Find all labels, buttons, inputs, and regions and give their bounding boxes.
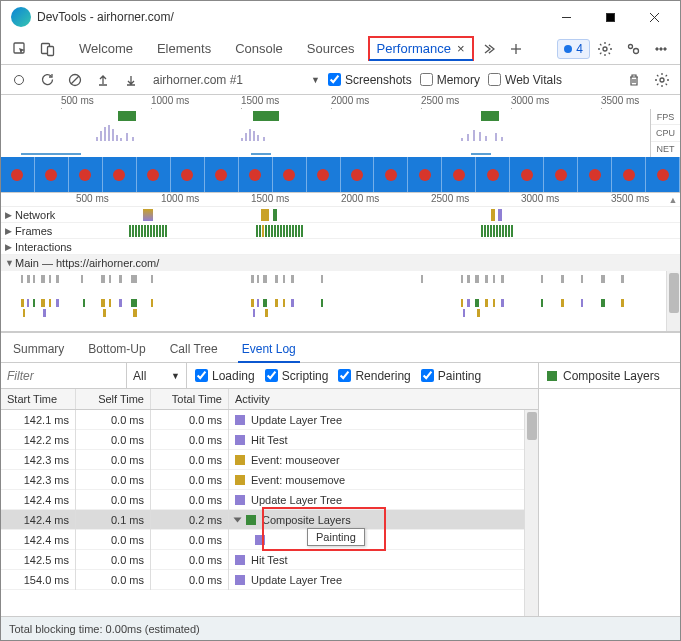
main-thread-header[interactable]: ▼ Main — https://airhorner.com/ <box>1 255 680 271</box>
filter-input[interactable] <box>1 363 127 388</box>
screenshot-thumb[interactable] <box>510 157 544 192</box>
download-button[interactable] <box>121 70 141 90</box>
expand-icon[interactable]: ▶ <box>5 226 15 236</box>
table-row[interactable]: 142.5 ms0.0 ms0.0 msHit Test <box>1 550 538 570</box>
scripting-checkbox[interactable]: Scripting <box>265 369 329 383</box>
tab-console[interactable]: Console <box>225 35 293 62</box>
screenshot-thumb[interactable] <box>544 157 578 192</box>
minimize-button[interactable] <box>544 2 588 32</box>
device-icon[interactable] <box>35 36 61 62</box>
network-track[interactable]: ▶ Network <box>1 207 680 223</box>
screenshot-thumb[interactable] <box>408 157 442 192</box>
clear-button[interactable] <box>65 70 85 90</box>
screenshot-thumb[interactable] <box>612 157 646 192</box>
add-tab-button[interactable] <box>503 36 529 62</box>
screenshot-thumb[interactable] <box>476 157 510 192</box>
screenshot-thumb[interactable] <box>205 157 239 192</box>
screenshot-thumb[interactable] <box>374 157 408 192</box>
select-label: All <box>133 369 146 383</box>
tab-welcome[interactable]: Welcome <box>69 35 143 62</box>
screenshot-thumb[interactable] <box>307 157 341 192</box>
screenshot-thumb[interactable] <box>442 157 476 192</box>
feedback-icon[interactable] <box>620 36 646 62</box>
table-row[interactable]: 142.4 ms0.0 ms0.0 ms <box>1 530 538 550</box>
reload-button[interactable] <box>37 70 57 90</box>
frames-track[interactable]: ▶ Frames <box>1 223 680 239</box>
upload-button[interactable] <box>93 70 113 90</box>
net-request[interactable] <box>261 209 269 221</box>
frames-cluster <box>129 225 168 237</box>
screenshot-thumb[interactable] <box>171 157 205 192</box>
main-scrollbar[interactable] <box>666 271 680 331</box>
table-row[interactable]: 142.1 ms0.0 ms0.0 msUpdate Layer Tree <box>1 410 538 430</box>
screenshot-thumb[interactable] <box>103 157 137 192</box>
kebab-icon[interactable] <box>648 36 674 62</box>
overview-labels: FPS CPU NET <box>650 109 680 157</box>
tab-bottomup[interactable]: Bottom-Up <box>84 336 149 362</box>
rendering-checkbox[interactable]: Rendering <box>338 369 410 383</box>
more-tabs-icon[interactable] <box>475 36 501 62</box>
category-select[interactable]: All▼ <box>127 363 187 388</box>
overview-body[interactable]: FPS CPU NET <box>1 109 680 157</box>
close-icon[interactable]: × <box>457 41 465 56</box>
checkbox-label: Memory <box>437 73 480 87</box>
screenshot-thumb[interactable] <box>341 157 375 192</box>
net-request[interactable] <box>273 209 277 221</box>
net-request[interactable] <box>491 209 495 221</box>
tab-summary[interactable]: Summary <box>9 336 68 362</box>
recording-select[interactable]: airhorner.com #1▼ <box>153 73 320 87</box>
col-activity[interactable]: Activity <box>229 389 538 409</box>
screenshot-thumb[interactable] <box>646 157 680 192</box>
tab-elements[interactable]: Elements <box>147 35 221 62</box>
expand-icon[interactable]: ▶ <box>5 210 15 220</box>
main-thread-track[interactable]: ▼ Main — https://airhorner.com/ <box>1 255 680 332</box>
net-request[interactable] <box>498 209 502 221</box>
svg-point-17 <box>660 78 664 82</box>
memory-checkbox[interactable]: Memory <box>420 73 480 87</box>
maximize-button[interactable] <box>588 2 632 32</box>
window-title: DevTools - airhorner.com/ <box>37 10 544 24</box>
tab-eventlog[interactable]: Event Log <box>238 336 300 362</box>
messages-badge[interactable]: 4 <box>557 39 590 59</box>
interactions-track[interactable]: ▶ Interactions <box>1 239 680 255</box>
trash-button[interactable] <box>624 70 644 90</box>
tab-calltree[interactable]: Call Tree <box>166 336 222 362</box>
painting-checkbox[interactable]: Painting <box>421 369 481 383</box>
inspect-icon[interactable] <box>7 36 33 62</box>
disclosure-icon[interactable] <box>234 517 242 522</box>
collapse-icon[interactable]: ▼ <box>5 258 15 268</box>
col-total[interactable]: Total Time <box>151 389 229 409</box>
screenshot-thumb[interactable] <box>137 157 171 192</box>
event-table: Start Time Self Time Total Time Activity… <box>1 389 538 616</box>
settings-icon[interactable] <box>592 36 618 62</box>
col-self[interactable]: Self Time <box>76 389 151 409</box>
table-row[interactable]: 142.4 ms0.1 ms0.2 msComposite Layers <box>1 510 538 530</box>
screenshot-thumb[interactable] <box>1 157 35 192</box>
timeline-overview[interactable]: 500 ms 1000 ms 1500 ms 2000 ms 2500 ms 3… <box>1 95 680 157</box>
screenshot-thumb[interactable] <box>69 157 103 192</box>
scroll-up-icon[interactable]: ▲ <box>666 193 680 207</box>
table-scrollbar[interactable] <box>524 410 538 616</box>
record-button[interactable] <box>9 70 29 90</box>
table-row[interactable]: 142.3 ms0.0 ms0.0 msEvent: mouseover <box>1 450 538 470</box>
tab-sources[interactable]: Sources <box>297 35 365 62</box>
screenshot-thumb[interactable] <box>35 157 69 192</box>
perf-settings-icon[interactable] <box>652 70 672 90</box>
screenshot-thumb[interactable] <box>239 157 273 192</box>
screenshot-thumb[interactable] <box>578 157 612 192</box>
screenshot-thumb[interactable] <box>273 157 307 192</box>
screenshots-checkbox[interactable]: Screenshots <box>328 73 412 87</box>
webvitals-checkbox[interactable]: Web Vitals <box>488 73 562 87</box>
tab-performance[interactable]: Performance × <box>369 37 473 60</box>
main-thread-body[interactable] <box>1 271 680 331</box>
expand-icon[interactable]: ▶ <box>5 242 15 252</box>
filmstrip[interactable] <box>1 157 680 193</box>
close-window-button[interactable] <box>632 2 676 32</box>
col-start[interactable]: Start Time <box>1 389 76 409</box>
table-row[interactable]: 142.4 ms0.0 ms0.0 msUpdate Layer Tree <box>1 490 538 510</box>
loading-checkbox[interactable]: Loading <box>195 369 255 383</box>
table-row[interactable]: 142.2 ms0.0 ms0.0 msHit Test <box>1 430 538 450</box>
net-request[interactable] <box>143 209 153 221</box>
table-row[interactable]: 142.3 ms0.0 ms0.0 msEvent: mousemove <box>1 470 538 490</box>
table-row[interactable]: 154.0 ms0.0 ms0.0 msUpdate Layer Tree <box>1 570 538 590</box>
